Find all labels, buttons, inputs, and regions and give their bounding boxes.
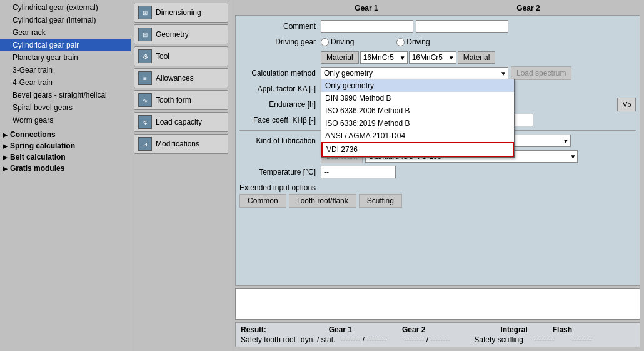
driving1-radio-label[interactable]: Driving bbox=[321, 38, 354, 46]
lubrication-label: Kind of lubrication bbox=[239, 136, 321, 145]
driving1-text: Driving bbox=[331, 38, 354, 46]
temperature-input[interactable] bbox=[321, 166, 396, 178]
driving-gear-label: Driving gear bbox=[239, 38, 321, 46]
sidebar-item-3gear[interactable]: 3-Gear train bbox=[0, 64, 131, 76]
belt-label: Belt calculation bbox=[10, 153, 66, 161]
driving-gear-row: Driving gear Driving Driving bbox=[239, 35, 636, 49]
modifications-icon: ⊿ bbox=[138, 137, 152, 151]
sidebar-item-cyl-pair[interactable]: Cylindrical gear pair bbox=[0, 39, 131, 51]
sidebar-item-planetary[interactable]: Planetary gear train bbox=[0, 51, 131, 64]
sidebar-item-spiral[interactable]: Spiral bevel gears bbox=[0, 101, 131, 114]
calc-method-row: Calculation method Only geometry DIN 399… bbox=[239, 66, 636, 80]
sidebar-item-cyl-ext[interactable]: Cylindrical gear (external) bbox=[0, 1, 131, 14]
material2-select[interactable]: 16MnCr5 bbox=[409, 51, 456, 64]
dropdown-item-din3990[interactable]: DIN 3990 Method B bbox=[321, 92, 514, 104]
nav-geometry[interactable]: ⊟ Geometry bbox=[134, 24, 228, 44]
connections-arrow: ▶ bbox=[3, 131, 8, 138]
nav-dimensioning[interactable]: ⊞ Dimensioning bbox=[134, 3, 228, 23]
material-row: Material 16MnCr5 ▼ 16MnCr5 ▼ Material bbox=[239, 51, 636, 64]
nav-allowances[interactable]: ≡ Allowances bbox=[134, 68, 228, 88]
appl-factor-label: Appl. factor KA [-] bbox=[239, 84, 321, 93]
dropdown-item-iso2019[interactable]: ISO 6336:2019 Method B bbox=[321, 117, 514, 130]
tooth-form-icon: ∿ bbox=[138, 93, 152, 107]
sidebar-item-bevel[interactable]: Bevel gears - straight/helical bbox=[0, 89, 131, 101]
dropdown-item-vdi2736[interactable]: VDI 2736 bbox=[321, 142, 514, 157]
content-area: Gear 1 Gear 2 Comment Driving gear Drivi… bbox=[231, 0, 644, 351]
material1-button[interactable]: Material bbox=[321, 51, 359, 64]
sidebar-section-spring[interactable]: ▶ Spring calculation bbox=[0, 140, 131, 151]
text-area-box bbox=[235, 288, 640, 320]
result-dyn-stat: dyn. / stat. bbox=[301, 335, 335, 344]
result-dashes1: -------- / -------- bbox=[340, 335, 386, 344]
belt-arrow: ▶ bbox=[3, 154, 8, 161]
dropdown-item-iso2006[interactable]: ISO 6336:2006 Method B bbox=[321, 104, 514, 117]
calc-method-controls: Only geometry DIN 3990 Method B ISO 6336… bbox=[321, 66, 636, 80]
result-gear2-col: Gear 2 bbox=[402, 325, 425, 334]
result-label: Result: bbox=[241, 325, 266, 334]
calc-method-select[interactable]: Only geometry DIN 3990 Method B ISO 6336… bbox=[321, 67, 508, 79]
result-gear1-col: Gear 1 bbox=[329, 325, 352, 334]
load-spectrum-button[interactable]: Load spectrum bbox=[511, 66, 571, 80]
comment-controls bbox=[321, 20, 636, 33]
driving2-radio[interactable] bbox=[396, 38, 405, 46]
material1-select-wrapper: 16MnCr5 ▼ bbox=[360, 51, 408, 64]
result-safety-scuffing: Safety scuffing bbox=[474, 335, 523, 344]
calc-method-dropdown[interactable]: Only geometry DIN 3990 Method B ISO 6336… bbox=[321, 79, 515, 158]
comment-row: Comment bbox=[239, 19, 636, 33]
tool-label: Tool bbox=[156, 52, 169, 61]
scuffing-button[interactable]: Scuffing bbox=[359, 194, 402, 208]
allowances-label: Allowances bbox=[156, 74, 194, 83]
sidebar: Cylindrical gear (external) Cylindrical … bbox=[0, 0, 131, 351]
geometry-icon: ⊟ bbox=[138, 28, 152, 41]
endurance-label: Endurance [h] bbox=[239, 100, 321, 109]
spring-arrow: ▶ bbox=[3, 143, 8, 150]
temperature-row: Temperature [°C] bbox=[239, 165, 636, 179]
form-section: Comment Driving gear Driving bbox=[235, 15, 640, 286]
result-flash-col: Flash bbox=[553, 325, 572, 334]
sidebar-item-cyl-int[interactable]: Cylindrical gear (internal) bbox=[0, 14, 131, 26]
driving2-radio-label[interactable]: Driving bbox=[396, 38, 430, 46]
calc-method-label: Calculation method bbox=[239, 69, 321, 78]
sidebar-section-connections[interactable]: ▶ Connections bbox=[0, 129, 131, 140]
nav-modifications[interactable]: ⊿ Modifications bbox=[134, 134, 228, 154]
sidebar-item-gear-rack[interactable]: Gear rack bbox=[0, 26, 131, 39]
dropdown-item-ansi[interactable]: ANSI / AGMA 2101-D04 bbox=[321, 130, 514, 142]
driving2-text: Driving bbox=[406, 38, 430, 46]
tooth-form-label: Tooth form bbox=[156, 96, 191, 104]
nav-tool[interactable]: ⚙ Tool bbox=[134, 46, 228, 66]
sidebar-section-gratis[interactable]: ▶ Gratis modules bbox=[0, 163, 131, 174]
dimensioning-icon: ⊞ bbox=[138, 6, 152, 19]
nav-tooth-form[interactable]: ∿ Tooth form bbox=[134, 90, 228, 110]
common-button[interactable]: Common bbox=[239, 194, 286, 208]
allowances-icon: ≡ bbox=[138, 71, 152, 85]
gratis-label: Gratis modules bbox=[10, 164, 64, 173]
temperature-label: Temperature [°C] bbox=[239, 168, 321, 176]
tooth-root-button[interactable]: Tooth root/flank bbox=[289, 194, 356, 208]
material1-select[interactable]: 16MnCr5 bbox=[360, 51, 408, 64]
sidebar-item-worm[interactable]: Worm gears bbox=[0, 114, 131, 126]
comment-gear2-input[interactable] bbox=[416, 20, 508, 33]
temperature-controls bbox=[321, 166, 636, 178]
result-safety-tooth: Safety tooth root bbox=[241, 335, 296, 344]
gear2-header: Gear 2 bbox=[416, 4, 640, 13]
nav-load-capacity[interactable]: ↯ Load capacity bbox=[134, 112, 228, 132]
comment-label: Comment bbox=[239, 22, 321, 31]
driving-controls: Driving Driving bbox=[321, 38, 636, 46]
modifications-label: Modifications bbox=[156, 140, 199, 148]
material2-button[interactable]: Material bbox=[458, 51, 496, 64]
comment-gear1-input[interactable] bbox=[321, 20, 413, 33]
material-controls: Material 16MnCr5 ▼ 16MnCr5 ▼ Material bbox=[321, 51, 636, 64]
connections-label: Connections bbox=[10, 130, 56, 139]
load-capacity-icon: ↯ bbox=[138, 115, 152, 129]
result-dashes2: -------- / -------- bbox=[404, 335, 450, 344]
vp-button[interactable]: Vp bbox=[617, 98, 636, 111]
result-bar: Result: Gear 1 Gear 2 Integral Flash Saf… bbox=[235, 322, 640, 347]
sidebar-section-belt[interactable]: ▶ Belt calculation bbox=[0, 151, 131, 163]
result-dashes4: -------- bbox=[572, 335, 592, 344]
spring-label: Spring calculation bbox=[10, 141, 75, 150]
driving1-radio[interactable] bbox=[321, 38, 329, 46]
dropdown-item-only-geom[interactable]: Only geometry bbox=[321, 79, 514, 92]
geometry-label: Geometry bbox=[156, 30, 189, 39]
sidebar-item-4gear[interactable]: 4-Gear train bbox=[0, 76, 131, 89]
face-coeff-label: Face coeff. KHβ [-] bbox=[239, 116, 321, 125]
